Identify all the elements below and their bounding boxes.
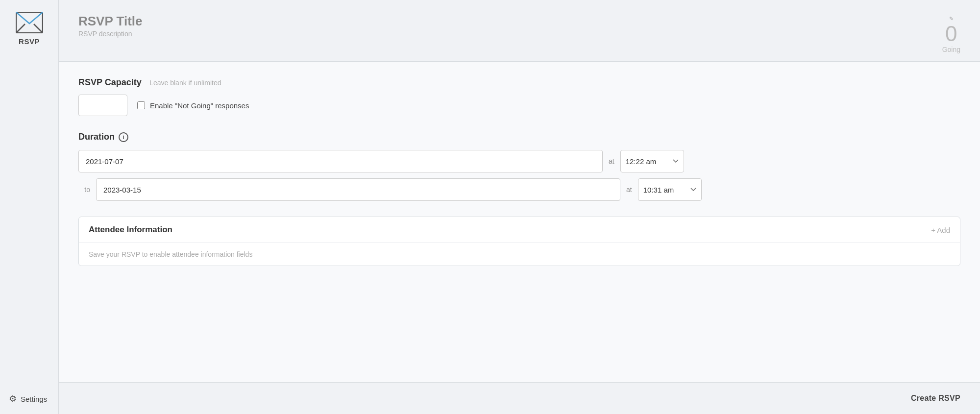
not-going-checkbox[interactable] (137, 101, 145, 109)
start-date-row: at 12:22 am 12:00 am 12:30 am 1:00 am 6:… (78, 150, 960, 172)
sidebar-rsvp-label: RSVP (19, 37, 40, 46)
capacity-row: Enable "Not Going" responses (78, 95, 960, 116)
svg-line-2 (34, 24, 43, 33)
form-area: RSVP Capacity Leave blank if unlimited E… (59, 62, 980, 382)
capacity-title: RSVP Capacity (78, 77, 142, 88)
envelope-icon (16, 12, 43, 33)
attendee-note: Save your RSVP to enable attendee inform… (89, 250, 252, 258)
end-date-input[interactable] (96, 178, 620, 201)
attendee-header: Attendee Information + Add (79, 217, 960, 243)
not-going-checkbox-label[interactable]: Enable "Not Going" responses (137, 101, 249, 110)
settings-label: Settings (21, 395, 47, 403)
to-label: to (78, 186, 90, 194)
duration-title: Duration (78, 132, 115, 142)
header-right: ✎ 0 Going (942, 14, 960, 53)
settings-section[interactable]: ⚙ Settings (0, 393, 58, 404)
create-rsvp-button[interactable]: Create RSVP (911, 394, 960, 403)
end-time-select[interactable]: 10:31 am 12:00 am 12:22 am 1:00 am 6:00 … (638, 178, 702, 201)
going-label: Going (942, 46, 960, 53)
capacity-sublabel: Leave blank if unlimited (149, 79, 221, 87)
duration-section: Duration i at 12:22 am 12:00 am 12:30 am… (78, 132, 960, 201)
add-attendee-button[interactable]: + Add (931, 226, 950, 234)
header: RSVP Title RSVP description ✎ 0 Going (59, 0, 980, 62)
end-date-row: to at 10:31 am 12:00 am 12:22 am 1:00 am… (78, 178, 960, 201)
rsvp-title: RSVP Title (78, 14, 143, 29)
capacity-input[interactable] (78, 95, 127, 116)
header-left: RSVP Title RSVP description (78, 14, 143, 38)
sidebar: RSVP ⚙ Settings (0, 0, 59, 414)
end-at-label: at (626, 186, 632, 194)
attendee-section: Attendee Information + Add Save your RSV… (78, 217, 960, 266)
attendee-title: Attendee Information (89, 225, 172, 235)
start-date-input[interactable] (78, 150, 603, 172)
not-going-label: Enable "Not Going" responses (150, 101, 249, 110)
duration-header: Duration i (78, 132, 960, 142)
footer: Create RSVP (59, 382, 980, 414)
start-time-select[interactable]: 12:22 am 12:00 am 12:30 am 1:00 am 6:00 … (620, 150, 684, 172)
attendee-body: Save your RSVP to enable attendee inform… (79, 243, 960, 266)
gear-icon: ⚙ (9, 393, 17, 404)
sidebar-logo: RSVP (16, 12, 43, 46)
info-icon[interactable]: i (119, 132, 128, 142)
capacity-section: RSVP Capacity Leave blank if unlimited E… (78, 77, 960, 116)
rsvp-description: RSVP description (78, 30, 143, 38)
going-count: 0 (945, 23, 957, 45)
main-content: RSVP Title RSVP description ✎ 0 Going RS… (59, 0, 980, 414)
svg-line-1 (16, 24, 25, 33)
start-at-label: at (609, 157, 614, 165)
